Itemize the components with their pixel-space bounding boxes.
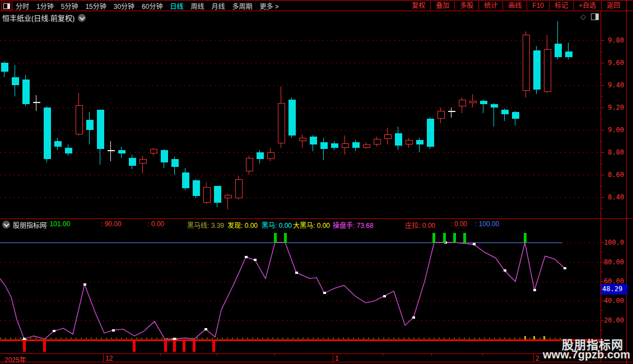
period-tab-更多 >[interactable]: 更多 > [260,1,279,11]
line-marker [254,259,257,261]
tool-标记[interactable]: 标记 [549,1,573,10]
right-sidebar-strip[interactable] [627,0,633,364]
bottom-signal-bar [173,341,176,352]
indicator-axis-label: 100.0 [603,239,624,246]
period-tab-月线[interactable]: 月线 [212,1,225,11]
axis-tick [601,281,604,282]
line-marker [504,269,506,272]
candle-down [533,50,541,90]
period-tab-周线[interactable]: 周线 [190,1,204,11]
olive-tick [533,336,535,339]
period-tab-15分钟[interactable]: 15分钟 [85,1,106,11]
indicator-value-1: : 90.00 [101,220,122,228]
line-marker [412,316,415,319]
chart-title-row: 恒丰纸业(日线.前复权) [2,12,86,23]
price-gridline [0,175,601,175]
candle-down [352,142,360,148]
candle-down [565,52,573,57]
indicator-value-3: 黑马线: 3.39 [187,220,224,230]
line-marker [473,243,476,245]
candle-wick [142,156,143,174]
candle-down [118,150,125,153]
candle-up [267,152,274,159]
bottom-signal-bar [183,341,185,352]
candle-down [480,101,487,104]
candle-doji [33,102,40,103]
period-tab-5分钟[interactable]: 5分钟 [61,1,78,11]
period-tab-日线[interactable]: 日线 [170,1,183,11]
axis-tick [601,320,604,321]
candle-down [331,143,338,148]
period-toolbar: 分时1分钟5分钟15分钟30分钟60分钟日线周线月线多周期更多 > 复权叠加多股… [0,1,633,11]
candle-down [97,110,104,149]
tool-F10[interactable]: F10 [527,1,549,10]
chevron-down-icon[interactable] [78,14,86,22]
zero-baseline [0,339,601,341]
line-marker [204,328,207,330]
olive-tick [543,336,545,339]
line-marker [112,329,115,332]
candle-down [193,180,200,196]
top-signal-bar [463,233,466,243]
candle-wick [451,108,452,118]
tool-menu: 复权叠加多股统计画线F10标记+自选返回 [407,1,625,11]
candle-down [182,172,189,188]
time-tick [274,353,275,356]
tool-画线[interactable]: 画线 [502,1,527,10]
indicator-name[interactable]: 股朋指标网 [13,220,46,230]
axis-minor-tick [601,164,603,164]
candle-down [86,120,94,130]
candle-doji [448,111,455,112]
price-label: 9.80 [603,36,624,44]
indicator-collapse-icon[interactable] [2,221,10,228]
candle-up [459,100,466,106]
top-signal-bar [432,233,435,243]
split-window-icon[interactable] [591,13,599,20]
tool-复权[interactable]: 复权 [407,1,430,10]
indicator-value-10: : 100.00 [475,220,499,228]
candle-down [44,108,51,159]
period-tab-60分钟[interactable]: 60分钟 [142,1,162,11]
line-marker [245,256,248,258]
axis-tick [601,108,604,108]
indicator-header: 股朋指标网 : 101.00: 90.00: 0.00黑马线: 3.39发现: … [0,220,599,230]
axis-minor-tick [601,74,603,74]
candle-up [523,35,530,91]
layout-icon [3,3,10,9]
axis-tick [601,40,604,41]
axis-minor-tick [601,208,603,209]
axis-minor-tick [601,310,603,311]
axis-minor-tick [601,119,603,119]
indicator-value-8: 庄拉: 0.00 [405,220,435,230]
tool-+自选[interactable]: +自选 [573,1,601,10]
period-tab-1分钟[interactable]: 1分钟 [36,1,54,11]
candle-down [54,141,62,147]
baseline-white-dash [173,339,176,340]
time-tick [383,353,383,356]
top-signal-bar [524,233,527,243]
window-layout-button[interactable] [1,2,12,10]
price-label: 9.20 [603,104,624,111]
line-marker [533,289,536,291]
bottom-signal-bar [193,341,196,352]
price-label: 9.00 [603,126,624,134]
price-label: 8.80 [603,148,624,156]
diamond-icon[interactable]: ◇ [580,12,586,21]
tool-叠加[interactable]: 叠加 [430,1,454,10]
tool-返回[interactable]: 返回 [601,1,625,10]
time-label-2: 2 [536,354,539,362]
tool-统计[interactable]: 统计 [478,1,502,10]
top-signal-bar [284,233,287,243]
candle-up [469,101,477,103]
period-tab-30分钟[interactable]: 30分钟 [114,1,134,11]
olive-tick [524,336,526,339]
corner-icons: ◇ [580,12,599,21]
indicator-axis-label: 20.00 [603,316,624,324]
period-tab-多周期[interactable]: 多周期 [232,1,253,11]
tool-多股[interactable]: 多股 [454,1,478,10]
time-axis-top-border [0,353,626,354]
period-tab-分时[interactable]: 分时 [16,1,29,11]
axis-minor-tick [601,96,603,97]
axis-minor-tick [601,272,603,272]
line-marker [564,267,566,269]
